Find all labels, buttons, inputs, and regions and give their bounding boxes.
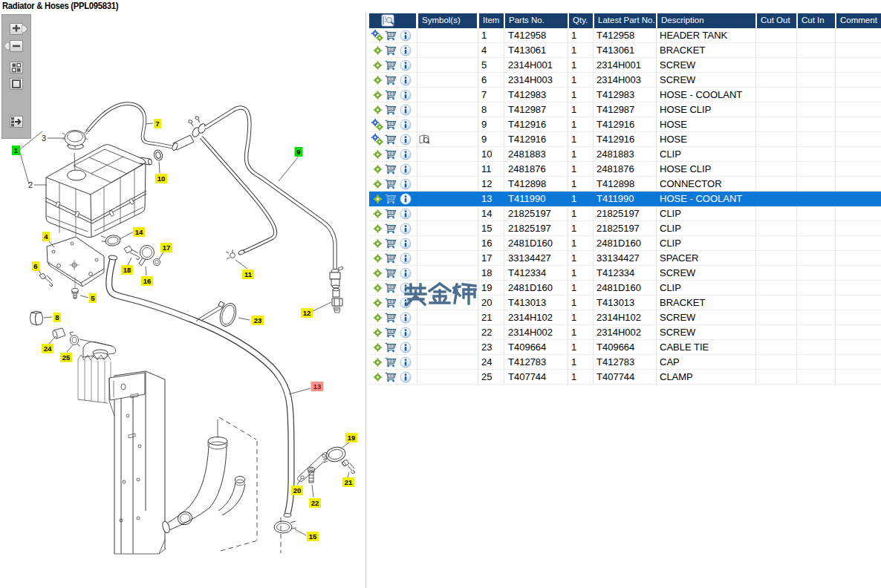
svg-text:25: 25 — [62, 353, 71, 362]
svg-text:20: 20 — [293, 486, 302, 494]
svg-text:13: 13 — [313, 382, 322, 391]
svg-text:19: 19 — [348, 434, 356, 442]
svg-text:24: 24 — [44, 344, 52, 353]
svg-text:8: 8 — [55, 313, 59, 321]
svg-text:9: 9 — [296, 148, 300, 156]
svg-text:23: 23 — [254, 316, 262, 324]
svg-text:2: 2 — [28, 180, 33, 189]
svg-text:3: 3 — [42, 134, 46, 143]
svg-text:7: 7 — [155, 120, 159, 128]
svg-text:6: 6 — [33, 262, 37, 270]
svg-text:16: 16 — [143, 277, 152, 285]
svg-text:10: 10 — [157, 174, 166, 183]
svg-text:4: 4 — [44, 232, 48, 241]
svg-text:1: 1 — [14, 146, 19, 154]
svg-text:18: 18 — [123, 266, 131, 274]
svg-text:14: 14 — [135, 228, 143, 236]
svg-text:15: 15 — [309, 532, 317, 540]
svg-text:5: 5 — [91, 294, 95, 302]
svg-text:12: 12 — [303, 309, 311, 317]
svg-text:22: 22 — [311, 499, 319, 507]
svg-text:11: 11 — [244, 270, 253, 278]
svg-text:17: 17 — [163, 244, 171, 252]
svg-text:21: 21 — [345, 478, 353, 486]
